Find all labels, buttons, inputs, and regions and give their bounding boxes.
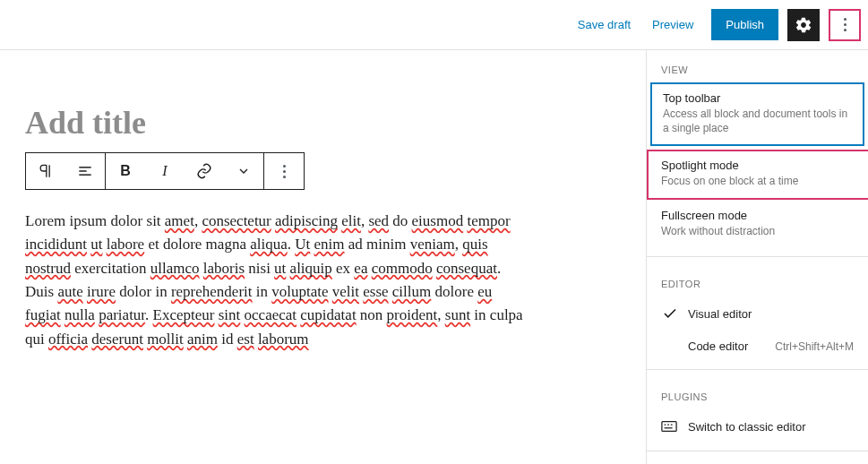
editor-canvas: Add title B I	[0, 50, 646, 464]
top-toolbar: Save draft Preview Publish	[0, 0, 868, 50]
menu-item-switch-classic[interactable]: Switch to classic editor	[647, 409, 868, 443]
menu-item-code-editor[interactable]: Code editor Ctrl+Shift+Alt+M	[647, 331, 868, 362]
menu-item-spotlight-mode[interactable]: Spotlight mode Focus on one block at a t…	[647, 150, 868, 200]
keyboard-icon	[661, 418, 677, 434]
menu-item-desc: Work without distraction	[661, 225, 854, 239]
menu-item-desc: Access all block and document tools in a…	[663, 107, 852, 135]
more-rich-text-button[interactable]	[224, 153, 263, 189]
menu-item-title: Fullscreen mode	[661, 209, 854, 222]
block-toolbar: B I	[25, 152, 305, 190]
publish-button[interactable]: Publish	[711, 9, 778, 40]
menu-item-top-toolbar[interactable]: Top toolbar Access all block and documen…	[650, 82, 864, 146]
editor-section-label: EDITOR	[647, 264, 868, 296]
menu-item-label: Visual editor	[688, 307, 752, 321]
divider	[647, 369, 868, 370]
paragraph-icon	[37, 162, 55, 180]
post-title-input[interactable]: Add title	[25, 104, 621, 142]
link-button[interactable]	[185, 153, 224, 189]
chevron-down-icon	[236, 164, 251, 178]
more-vertical-icon	[283, 165, 286, 178]
menu-item-label: Switch to classic editor	[688, 420, 806, 434]
divider	[647, 256, 868, 257]
gear-icon	[795, 16, 812, 34]
save-draft-link[interactable]: Save draft	[569, 11, 640, 39]
plugins-section-label: PLUGINS	[647, 377, 868, 409]
block-more-button[interactable]	[264, 153, 304, 189]
italic-button[interactable]: I	[145, 153, 185, 189]
svg-rect-3	[662, 422, 676, 432]
more-options-button[interactable]	[829, 9, 861, 41]
align-button[interactable]	[65, 153, 105, 189]
more-vertical-icon	[844, 18, 847, 31]
keyboard-shortcut: Ctrl+Shift+Alt+M	[775, 340, 854, 353]
tools-section-label: TOOLS	[647, 459, 868, 464]
align-left-icon	[76, 162, 94, 180]
menu-item-title: Top toolbar	[663, 91, 852, 105]
menu-item-visual-editor[interactable]: Visual editor	[647, 296, 868, 331]
menu-item-desc: Focus on one block at a time	[661, 175, 855, 189]
options-menu: VIEW Top toolbar Access all block and do…	[646, 50, 868, 464]
menu-item-label: Code editor	[688, 339, 748, 353]
check-icon	[661, 305, 679, 322]
paragraph-block[interactable]: Lorem ipsum dolor sit amet, consectetur …	[25, 210, 527, 351]
menu-item-title: Spotlight mode	[661, 159, 855, 172]
divider	[647, 451, 868, 451]
preview-link[interactable]: Preview	[643, 11, 702, 39]
view-section-label: VIEW	[647, 50, 868, 82]
link-icon	[195, 162, 213, 180]
block-type-button[interactable]	[26, 153, 65, 189]
bold-button[interactable]: B	[106, 153, 145, 189]
settings-button[interactable]	[787, 9, 820, 41]
menu-item-fullscreen-mode[interactable]: Fullscreen mode Work without distraction	[647, 200, 868, 250]
